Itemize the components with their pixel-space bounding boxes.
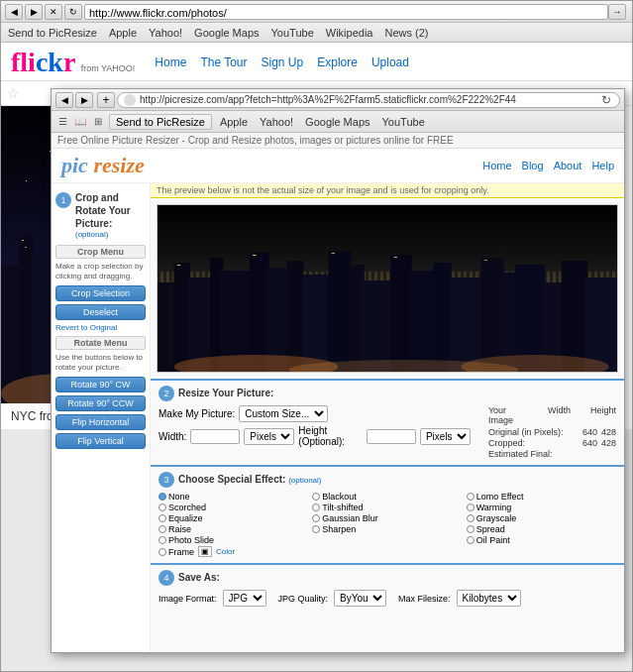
step2-title: Resize Your Picture: — [178, 387, 273, 399]
outer-refresh-button[interactable]: ↻ — [64, 4, 82, 20]
picresize-nav-about[interactable]: About — [554, 160, 582, 171]
bookmarks-icon[interactable]: 📖 — [73, 115, 87, 129]
flickr-nav-home[interactable]: Home — [155, 56, 186, 69]
effect-sharpen-radio[interactable] — [312, 525, 320, 533]
svg-rect-14 — [22, 240, 24, 241]
effect-photo-slide-label: Photo Slide — [168, 535, 214, 545]
url-favicon — [124, 94, 136, 106]
flip-horizontal-button[interactable]: Flip Horizontal — [55, 414, 146, 430]
bookmark-send-to-picresize[interactable]: Send to PicResize — [5, 26, 100, 40]
step1-header: 1 Crop and Rotate Your Picture: (optiona… — [55, 191, 146, 239]
crop-menu-label: Crop Menu — [55, 245, 146, 259]
format-dropdown[interactable]: JPG — [223, 590, 266, 607]
size-dropdown[interactable]: Custom Size... — [239, 405, 328, 422]
svg-rect-15 — [25, 247, 27, 248]
filesize-dropdown[interactable]: Kilobytes — [457, 590, 521, 607]
effect-blackout: Blackout — [312, 492, 462, 502]
inner-back-button[interactable]: ◀ — [55, 92, 73, 108]
effect-tilt-shift-radio[interactable] — [312, 504, 320, 511]
bookmark-news[interactable]: News (2) — [381, 26, 431, 40]
crop-selection-button[interactable]: Crop Selection — [55, 285, 146, 301]
inner-refresh-button[interactable]: ↻ — [599, 93, 613, 107]
effect-photo-slide-radio[interactable] — [158, 536, 166, 544]
deselect-button[interactable]: Deselect — [55, 304, 146, 320]
reading-list-icon[interactable]: ☰ — [55, 115, 69, 129]
svg-rect-46 — [562, 261, 588, 372]
quality-dropdown[interactable]: ByYou — [334, 590, 386, 607]
height-input[interactable] — [367, 429, 416, 444]
svg-rect-41 — [448, 278, 483, 372]
frame-color-link[interactable]: Color — [216, 547, 235, 556]
effect-grayscale-label: Grayscale — [476, 513, 517, 523]
original-width: 640 — [582, 427, 597, 437]
effect-raise-label: Raise — [168, 524, 191, 534]
svg-rect-37 — [361, 280, 393, 372]
effect-oil-paint-radio[interactable] — [467, 536, 475, 544]
bookmark-wikipedia[interactable]: Wikipedia — [323, 26, 376, 40]
step1-circle: 1 — [55, 192, 71, 208]
outer-stop-button[interactable]: ✕ — [45, 4, 62, 20]
outer-go-button[interactable]: → — [608, 4, 626, 20]
picresize-nav-home[interactable]: Home — [482, 160, 511, 171]
width-col-label: Width — [548, 405, 571, 425]
effect-warming-radio[interactable] — [467, 504, 475, 511]
inner-forward-button[interactable]: ▶ — [75, 92, 93, 108]
effect-spread-label: Spread — [476, 524, 505, 534]
inner-bookmark-yahoo[interactable]: Yahoo! — [256, 115, 297, 129]
picresize-nav-help[interactable]: Help — [591, 160, 614, 171]
width-unit-dropdown[interactable]: Pixels — [244, 428, 294, 445]
width-row: Width: Pixels Height (Optional): Pixels — [158, 425, 471, 447]
favorite-star-icon[interactable]: ☆ — [7, 85, 20, 101]
effect-lomo-radio[interactable] — [467, 493, 475, 501]
outer-bookmarks-bar: Send to PicResize Apple Yahoo! Google Ma… — [1, 23, 632, 43]
effect-blackout-radio[interactable] — [312, 493, 320, 501]
bookmark-google-maps[interactable]: Google Maps — [191, 26, 262, 40]
effect-lomo-label: Lomo Effect — [476, 492, 524, 502]
svg-rect-33 — [287, 261, 304, 372]
effect-raise: Raise — [158, 524, 308, 534]
picresize-nav-blog[interactable]: Blog — [522, 160, 544, 171]
effect-none-radio[interactable] — [158, 493, 166, 501]
height-unit-dropdown[interactable]: Pixels — [420, 428, 471, 445]
rotate-cw-button[interactable]: Rotate 90° CW — [55, 377, 146, 392]
effect-equalize-label: Equalize — [168, 513, 203, 523]
width-input[interactable] — [190, 429, 240, 444]
inner-browser: ◀ ▶ + http://picresize.com/app?fetch=htt… — [51, 88, 625, 653]
bookmark-apple[interactable]: Apple — [106, 26, 140, 40]
flickr-nav-signup[interactable]: Sign Up — [262, 56, 304, 69]
effect-scorched-radio[interactable] — [158, 504, 166, 511]
effect-grayscale-radio[interactable] — [467, 514, 475, 522]
step3-circle: 3 — [158, 472, 174, 488]
effect-frame-radio[interactable] — [158, 548, 166, 556]
effect-gaussian-radio[interactable] — [312, 514, 320, 522]
inner-bookmark-send-to-picresize[interactable]: Send to PicResize — [109, 114, 212, 130]
revert-to-original-link[interactable]: Revert to Original — [55, 323, 146, 332]
bookmark-youtube[interactable]: YouTube — [268, 26, 317, 40]
flip-vertical-button[interactable]: Flip Vertical — [55, 433, 146, 449]
flickr-nav-upload[interactable]: Upload — [371, 56, 409, 69]
rotate-desc: Use the buttons below to rotate your pic… — [55, 353, 146, 374]
cropped-width: 640 — [582, 438, 597, 448]
outer-back-button[interactable]: ◀ — [5, 4, 23, 20]
step3-subtitle: (optional) — [288, 476, 321, 485]
bookmark-yahoo[interactable]: Yahoo! — [146, 26, 185, 40]
inner-bookmark-google-maps[interactable]: Google Maps — [301, 115, 373, 129]
height-label: Height (Optional): — [298, 425, 363, 447]
effect-equalize-radio[interactable] — [158, 514, 166, 522]
flickr-nav-tour[interactable]: The Tour — [200, 56, 247, 69]
inner-url-bar[interactable]: http://picresize.com/app?fetch=http%3A%2… — [117, 92, 620, 108]
effect-spread-radio[interactable] — [467, 525, 475, 533]
flickr-nav-explore[interactable]: Explore — [317, 56, 358, 69]
effect-raise-radio[interactable] — [158, 525, 166, 533]
inner-bookmark-youtube[interactable]: YouTube — [378, 115, 429, 129]
effect-scorched-label: Scorched — [168, 503, 206, 512]
step1-title: Crop and Rotate Your Picture: — [75, 191, 146, 230]
height-col-label: Height — [590, 405, 616, 425]
inner-new-tab-button[interactable]: + — [97, 92, 115, 108]
grid-icon[interactable]: ⊞ — [91, 115, 105, 129]
effects-grid: None Blackout Lomo Effect — [158, 492, 616, 557]
outer-forward-button[interactable]: ▶ — [25, 4, 43, 20]
outer-url-bar[interactable]: http://www.flickr.com/photos/ — [84, 4, 608, 20]
rotate-ccw-button[interactable]: Rotate 90° CCW — [55, 395, 146, 411]
inner-bookmark-apple[interactable]: Apple — [216, 115, 252, 129]
